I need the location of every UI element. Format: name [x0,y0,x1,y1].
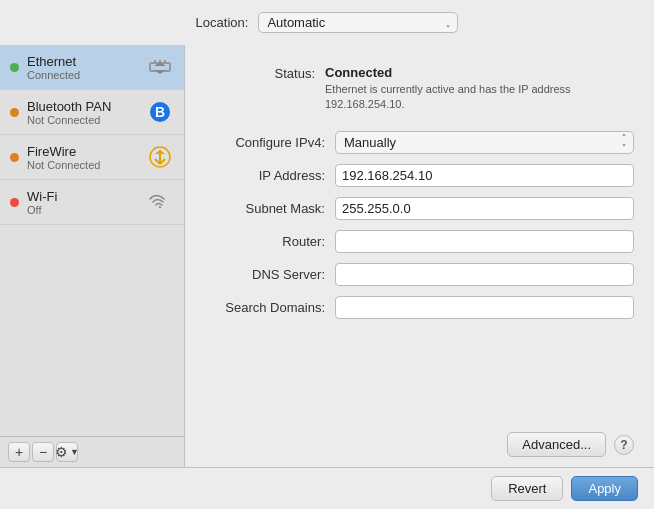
bluetooth-status: Not Connected [27,114,146,126]
location-select[interactable]: Automatic [258,12,458,33]
ip-address-input[interactable] [335,164,634,187]
location-label: Location: [196,15,249,30]
configure-ipv4-select[interactable]: Manually [335,131,634,154]
apply-button[interactable]: Apply [571,476,638,501]
detail-panel: Status: Connected Ethernet is currently … [185,45,654,467]
search-domains-label: Search Domains: [205,300,335,315]
window-bottom-bar: Revert Apply [0,467,654,509]
top-bar: Location: Automatic [0,0,654,45]
status-description: Ethernet is currently active and has the… [325,82,625,113]
dns-server-row: DNS Server: [205,263,634,286]
add-network-button[interactable]: + [8,442,30,462]
configure-select-wrapper[interactable]: Manually [335,131,634,154]
status-value-section: Connected Ethernet is currently active a… [325,65,634,113]
firewire-info: FireWire Not Connected [27,144,146,171]
wifi-info: Wi-Fi Off [27,189,146,216]
revert-button[interactable]: Revert [491,476,563,501]
ip-address-row: IP Address: [205,164,634,187]
status-section: Status: Connected Ethernet is currently … [205,65,634,113]
search-domains-input-wrapper [335,296,634,319]
configure-label: Configure IPv4: [205,135,335,150]
gear-menu-button[interactable]: ⚙ ▼ [56,442,78,462]
svg-text:B: B [155,104,165,120]
help-button[interactable]: ? [614,435,634,455]
router-input[interactable] [335,230,634,253]
dns-label: DNS Server: [205,267,335,282]
router-row: Router: [205,230,634,253]
router-input-wrapper [335,230,634,253]
sidebar-item-bluetooth[interactable]: Bluetooth PAN Not Connected B [0,90,184,135]
wifi-name: Wi-Fi [27,189,146,204]
wifi-status-dot [10,198,19,207]
subnet-label: Subnet Mask: [205,201,335,216]
wifi-icon [146,188,174,216]
bottom-actions: Advanced... ? [205,422,634,457]
bluetooth-icon: B [146,98,174,126]
bluetooth-status-dot [10,108,19,117]
svg-marker-4 [154,70,166,74]
ethernet-name: Ethernet [27,54,146,69]
search-domains-row: Search Domains: [205,296,634,319]
subnet-input-wrapper [335,197,634,220]
bluetooth-name: Bluetooth PAN [27,99,146,114]
ethernet-status-dot [10,63,19,72]
gear-icon: ⚙ [55,444,68,460]
firewire-status: Not Connected [27,159,146,171]
dns-input-wrapper [335,263,634,286]
subnet-mask-input[interactable] [335,197,634,220]
firewire-name: FireWire [27,144,146,159]
wifi-status: Off [27,204,146,216]
firewire-status-dot [10,153,19,162]
status-connected: Connected [325,65,634,80]
dns-server-input[interactable] [335,263,634,286]
search-domains-input[interactable] [335,296,634,319]
location-select-wrapper[interactable]: Automatic [258,12,458,33]
router-label: Router: [205,234,335,249]
remove-network-button[interactable]: − [32,442,54,462]
sidebar-item-wifi[interactable]: Wi-Fi Off [0,180,184,225]
subnet-mask-row: Subnet Mask: [205,197,634,220]
gear-arrow: ▼ [70,447,79,457]
main-content: Ethernet Connected [0,45,654,467]
firewire-icon [146,143,174,171]
ip-input-wrapper [335,164,634,187]
svg-marker-10 [155,150,165,154]
configure-ipv4-row: Configure IPv4: Manually [205,131,634,154]
status-label: Status: [205,65,325,81]
ip-label: IP Address: [205,168,335,183]
sidebar-bottom: + − ⚙ ▼ [0,436,184,467]
sidebar: Ethernet Connected [0,45,185,467]
sidebar-item-firewire[interactable]: FireWire Not Connected [0,135,184,180]
network-preferences-window: Location: Automatic Ethernet Connected [0,0,654,509]
sidebar-item-ethernet[interactable]: Ethernet Connected [0,45,184,90]
advanced-button[interactable]: Advanced... [507,432,606,457]
ethernet-status: Connected [27,69,146,81]
bluetooth-info: Bluetooth PAN Not Connected [27,99,146,126]
ethernet-icon [146,53,174,81]
network-list: Ethernet Connected [0,45,184,436]
ethernet-info: Ethernet Connected [27,54,146,81]
